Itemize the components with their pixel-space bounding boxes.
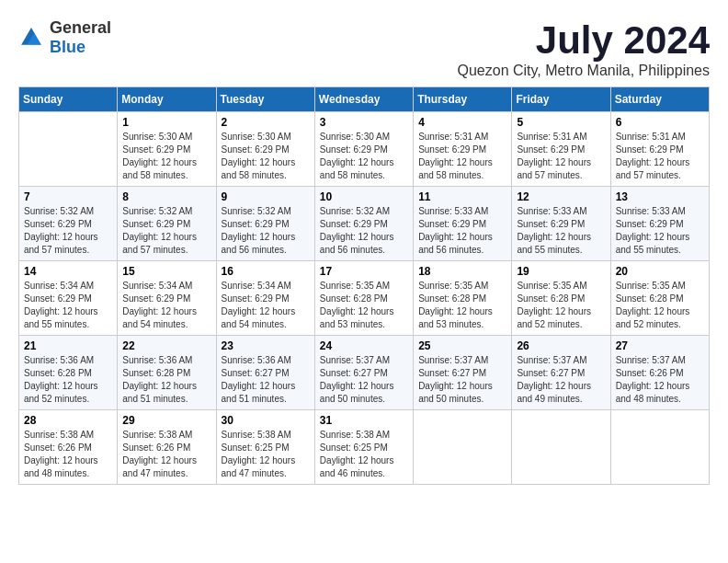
day-info: Sunrise: 5:35 AMSunset: 6:28 PMDaylight:… [517,280,605,331]
day-info: Sunrise: 5:38 AMSunset: 6:26 PMDaylight:… [24,429,112,480]
weekday-header: Tuesday [216,87,314,112]
calendar-cell [610,410,709,485]
calendar-cell: 25Sunrise: 5:37 AMSunset: 6:27 PMDayligh… [414,336,512,410]
calendar-cell: 2Sunrise: 5:30 AMSunset: 6:29 PMDaylight… [216,112,314,187]
weekday-header: Thursday [414,87,512,112]
calendar-cell: 21Sunrise: 5:36 AMSunset: 6:28 PMDayligh… [19,336,118,410]
calendar-cell: 24Sunrise: 5:37 AMSunset: 6:27 PMDayligh… [314,336,413,410]
calendar-cell: 16Sunrise: 5:34 AMSunset: 6:29 PMDayligh… [216,261,314,336]
calendar-cell: 11Sunrise: 5:33 AMSunset: 6:29 PMDayligh… [414,187,512,261]
calendar-cell: 26Sunrise: 5:37 AMSunset: 6:27 PMDayligh… [512,336,610,410]
calendar-cell: 4Sunrise: 5:31 AMSunset: 6:29 PMDaylight… [414,112,512,187]
day-number: 20 [616,265,704,278]
day-info: Sunrise: 5:32 AMSunset: 6:29 PMDaylight:… [320,205,408,257]
day-info: Sunrise: 5:36 AMSunset: 6:28 PMDaylight:… [24,354,112,406]
day-info: Sunrise: 5:33 AMSunset: 6:29 PMDaylight:… [517,205,605,257]
calendar-cell: 22Sunrise: 5:36 AMSunset: 6:28 PMDayligh… [118,336,216,410]
day-number: 24 [320,339,408,352]
calendar-cell: 14Sunrise: 5:34 AMSunset: 6:29 PMDayligh… [19,261,118,336]
day-number: 29 [122,414,210,427]
calendar-cell: 27Sunrise: 5:37 AMSunset: 6:26 PMDayligh… [610,336,709,410]
day-number: 23 [222,339,310,352]
calendar-cell [19,112,118,187]
day-number: 27 [616,339,704,352]
calendar-subtitle: Quezon City, Metro Manila, Philippines [458,63,711,79]
day-info: Sunrise: 5:35 AMSunset: 6:28 PMDaylight:… [320,280,408,331]
day-info: Sunrise: 5:31 AMSunset: 6:29 PMDaylight:… [616,131,704,182]
day-info: Sunrise: 5:31 AMSunset: 6:29 PMDaylight:… [517,131,605,182]
calendar-cell: 1Sunrise: 5:30 AMSunset: 6:29 PMDaylight… [118,112,216,187]
day-info: Sunrise: 5:37 AMSunset: 6:26 PMDaylight:… [616,354,704,406]
calendar-week-row: 14Sunrise: 5:34 AMSunset: 6:29 PMDayligh… [19,261,710,336]
day-info: Sunrise: 5:37 AMSunset: 6:27 PMDaylight:… [517,354,605,406]
day-info: Sunrise: 5:30 AMSunset: 6:29 PMDaylight:… [122,131,210,182]
calendar-cell: 8Sunrise: 5:32 AMSunset: 6:29 PMDaylight… [118,187,216,261]
day-info: Sunrise: 5:38 AMSunset: 6:26 PMDaylight:… [122,429,210,480]
calendar-cell: 18Sunrise: 5:35 AMSunset: 6:28 PMDayligh… [414,261,512,336]
day-number: 7 [24,190,112,203]
page-header: General Blue July 2024 Quezon City, Metr… [18,18,710,79]
day-info: Sunrise: 5:32 AMSunset: 6:29 PMDaylight:… [24,205,112,257]
calendar-cell: 20Sunrise: 5:35 AMSunset: 6:28 PMDayligh… [610,261,709,336]
calendar-cell: 31Sunrise: 5:38 AMSunset: 6:25 PMDayligh… [314,410,413,485]
calendar-cell: 7Sunrise: 5:32 AMSunset: 6:29 PMDaylight… [19,187,118,261]
day-info: Sunrise: 5:34 AMSunset: 6:29 PMDaylight:… [222,280,310,331]
logo: General Blue [18,18,111,57]
day-info: Sunrise: 5:35 AMSunset: 6:28 PMDaylight:… [418,280,506,331]
calendar-cell: 13Sunrise: 5:33 AMSunset: 6:29 PMDayligh… [610,187,709,261]
title-area: July 2024 Quezon City, Metro Manila, Phi… [458,18,711,79]
logo-text: General Blue [50,18,111,57]
weekday-header: Monday [118,87,216,112]
day-info: Sunrise: 5:30 AMSunset: 6:29 PMDaylight:… [222,131,310,182]
day-info: Sunrise: 5:34 AMSunset: 6:29 PMDaylight:… [24,280,112,331]
day-info: Sunrise: 5:31 AMSunset: 6:29 PMDaylight:… [418,131,506,182]
day-number: 21 [24,339,112,352]
calendar-cell: 3Sunrise: 5:30 AMSunset: 6:29 PMDaylight… [314,112,413,187]
day-number: 13 [616,190,704,203]
day-number: 22 [122,339,210,352]
day-number: 14 [24,265,112,278]
calendar-cell [414,410,512,485]
day-info: Sunrise: 5:38 AMSunset: 6:25 PMDaylight:… [320,429,408,480]
day-number: 30 [222,414,310,427]
calendar-title: July 2024 [458,18,711,63]
day-info: Sunrise: 5:37 AMSunset: 6:27 PMDaylight:… [320,354,408,406]
day-number: 15 [122,265,210,278]
day-number: 5 [517,116,605,129]
day-number: 8 [122,190,210,203]
day-number: 11 [418,190,506,203]
day-info: Sunrise: 5:34 AMSunset: 6:29 PMDaylight:… [122,280,210,331]
day-number: 25 [418,339,506,352]
calendar-cell: 5Sunrise: 5:31 AMSunset: 6:29 PMDaylight… [512,112,610,187]
day-number: 16 [222,265,310,278]
calendar-table: SundayMondayTuesdayWednesdayThursdayFrid… [18,86,710,485]
day-number: 4 [418,116,506,129]
day-info: Sunrise: 5:32 AMSunset: 6:29 PMDaylight:… [222,205,310,257]
day-info: Sunrise: 5:38 AMSunset: 6:25 PMDaylight:… [222,429,310,480]
day-info: Sunrise: 5:35 AMSunset: 6:28 PMDaylight:… [616,280,704,331]
weekday-header: Wednesday [314,87,413,112]
day-number: 10 [320,190,408,203]
calendar-week-row: 7Sunrise: 5:32 AMSunset: 6:29 PMDaylight… [19,187,710,261]
calendar-cell: 19Sunrise: 5:35 AMSunset: 6:28 PMDayligh… [512,261,610,336]
day-number: 1 [122,116,210,129]
weekday-header: Sunday [19,87,118,112]
weekday-header-row: SundayMondayTuesdayWednesdayThursdayFrid… [19,87,710,112]
day-number: 28 [24,414,112,427]
day-number: 6 [616,116,704,129]
day-info: Sunrise: 5:33 AMSunset: 6:29 PMDaylight:… [418,205,506,257]
day-info: Sunrise: 5:36 AMSunset: 6:27 PMDaylight:… [222,354,310,406]
calendar-week-row: 21Sunrise: 5:36 AMSunset: 6:28 PMDayligh… [19,336,710,410]
calendar-cell [512,410,610,485]
calendar-cell: 23Sunrise: 5:36 AMSunset: 6:27 PMDayligh… [216,336,314,410]
day-info: Sunrise: 5:33 AMSunset: 6:29 PMDaylight:… [616,205,704,257]
calendar-cell: 30Sunrise: 5:38 AMSunset: 6:25 PMDayligh… [216,410,314,485]
calendar-cell: 28Sunrise: 5:38 AMSunset: 6:26 PMDayligh… [19,410,118,485]
day-number: 17 [320,265,408,278]
calendar-cell: 9Sunrise: 5:32 AMSunset: 6:29 PMDaylight… [216,187,314,261]
calendar-cell: 15Sunrise: 5:34 AMSunset: 6:29 PMDayligh… [118,261,216,336]
calendar-cell: 10Sunrise: 5:32 AMSunset: 6:29 PMDayligh… [314,187,413,261]
day-info: Sunrise: 5:32 AMSunset: 6:29 PMDaylight:… [122,205,210,257]
day-number: 12 [517,190,605,203]
calendar-cell: 29Sunrise: 5:38 AMSunset: 6:26 PMDayligh… [118,410,216,485]
